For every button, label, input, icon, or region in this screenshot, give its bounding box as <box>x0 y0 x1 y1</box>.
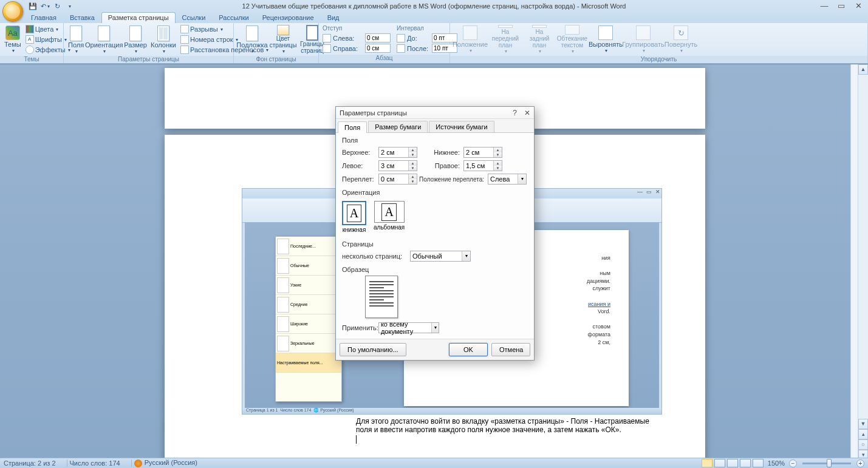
tab-insert[interactable]: Вставка <box>63 12 101 23</box>
status-language[interactable]: Русский (Россия) <box>134 459 197 467</box>
qat-undo-icon[interactable]: ↶▾ <box>39 1 50 12</box>
qat-save-icon[interactable]: 💾 <box>27 1 38 12</box>
orientation-icon <box>98 25 110 41</box>
wrap-icon <box>565 25 579 35</box>
effects-icon <box>26 46 34 54</box>
tab-home[interactable]: Главная <box>24 12 63 23</box>
preview-thumbnail <box>365 276 398 318</box>
multiple-pages-combo[interactable]: Обычный▾ <box>410 251 471 262</box>
maximize-button[interactable]: ▭ <box>833 0 850 11</box>
office-button[interactable] <box>2 1 23 22</box>
colors-icon <box>26 25 34 33</box>
apply-to-combo[interactable]: ко всему документу▾ <box>378 322 439 333</box>
view-draft[interactable] <box>753 459 764 467</box>
columns-button[interactable]: Колонки▾ <box>150 24 177 55</box>
vertical-ruler[interactable] <box>850 64 858 460</box>
gutter-input[interactable]: ▲▼ <box>378 174 417 185</box>
paragraph-group-title: Абзац <box>319 55 449 63</box>
spacing-header: Интервал <box>397 25 457 33</box>
align-button[interactable]: Выровнять▾ <box>590 24 621 55</box>
status-page[interactable]: Страница: 2 из 2 <box>4 460 56 467</box>
themes-button[interactable]: Aa Темы▾ <box>4 24 22 55</box>
wrap-text-button[interactable]: Обтекание текстом▾ <box>557 24 587 55</box>
linenum-icon <box>180 35 189 44</box>
gutter-position-combo[interactable]: Слева▾ <box>488 174 527 185</box>
margins-button[interactable]: Поля▾ <box>67 24 84 55</box>
ok-button[interactable]: OK <box>449 343 488 356</box>
tab-review[interactable]: Рецензирование <box>256 12 321 23</box>
status-words[interactable]: Число слов: 174 <box>70 460 120 467</box>
pagebg-group-title: Фон страницы <box>234 56 318 63</box>
dialog-help-button[interactable]: ? <box>513 109 517 117</box>
align-icon <box>598 25 613 40</box>
browse-object-button[interactable]: ○ <box>858 439 868 450</box>
dialog-tabs: Поля Размер бумаги Источник бумаги <box>336 119 534 132</box>
indent-right-input[interactable] <box>365 44 391 53</box>
space-before-icon <box>397 34 405 42</box>
tab-mailings[interactable]: Рассылки <box>212 12 255 23</box>
rotate-icon: ↻ <box>674 25 688 40</box>
orientation-portrait[interactable]: A книжная <box>342 201 366 233</box>
scroll-down-button[interactable]: ▼ <box>858 419 868 429</box>
tab-page-layout[interactable]: Разметка страницы <box>101 12 176 23</box>
fonts-icon: A <box>26 35 34 44</box>
zoom-slider-thumb[interactable] <box>827 459 832 467</box>
qat-redo-icon[interactable]: ↻ <box>52 1 63 12</box>
indent-left-input[interactable] <box>365 33 391 42</box>
dialog-close-button[interactable]: ✕ <box>524 109 530 117</box>
scroll-up-button[interactable]: ▲ <box>858 64 868 75</box>
margin-left-input[interactable]: ▲▼ <box>378 160 417 171</box>
orientation-section-header: Ориентация <box>342 189 528 196</box>
dialog-tab-margins[interactable]: Поля <box>338 121 367 133</box>
watermark-icon <box>246 25 258 41</box>
zoom-in-button[interactable]: + <box>856 460 864 467</box>
embedded-margins-menu: Последние... Обычные Узкие Средние Широк… <box>275 236 342 402</box>
pages-section-header: Страницы <box>342 240 528 248</box>
hyphen-icon <box>180 46 189 54</box>
zoom-out-button[interactable]: − <box>789 460 797 467</box>
close-button[interactable]: ✕ <box>850 0 867 11</box>
margins-section-header: Поля <box>342 137 528 144</box>
view-print-layout[interactable] <box>702 459 713 467</box>
dialog-title: Параметры страницы <box>340 109 407 117</box>
indent-right-icon <box>323 44 331 53</box>
margin-bottom-input[interactable]: ▲▼ <box>463 147 502 158</box>
dialog-tab-source[interactable]: Источник бумаги <box>429 121 494 132</box>
margins-icon <box>70 25 82 41</box>
position-button[interactable]: Положение▾ <box>454 24 487 55</box>
tab-view[interactable]: Вид <box>321 12 346 23</box>
indent-left-icon <box>323 34 331 42</box>
rotate-button[interactable]: ↻Повернуть▾ <box>665 24 697 55</box>
orientation-button[interactable]: Ориентация▾ <box>87 24 121 55</box>
dialog-title-bar[interactable]: Параметры страницы ? ✕ <box>336 107 534 119</box>
orientation-landscape[interactable]: A альбомная <box>374 201 405 233</box>
document-text[interactable]: Для этого достаточно войти во вкладку «р… <box>356 417 663 444</box>
bring-front-button[interactable]: На передний план▾ <box>489 24 522 55</box>
group-button[interactable]: Группировать▾ <box>624 24 663 55</box>
margin-right-input[interactable]: ▲▼ <box>463 160 502 171</box>
themes-label: Темы <box>4 41 21 48</box>
margin-top-input[interactable]: ▲▼ <box>378 147 417 158</box>
group-icon <box>636 25 651 40</box>
watermark-button[interactable]: Подложка▾ <box>238 24 267 55</box>
status-bar: Страница: 2 из 2 Число слов: 174 Русский… <box>0 458 868 468</box>
send-back-button[interactable]: На задний план▾ <box>524 24 555 55</box>
qat-customize-icon[interactable]: ▾ <box>64 1 75 12</box>
tab-references[interactable]: Ссылки <box>176 12 213 23</box>
view-full-screen[interactable] <box>714 459 725 467</box>
dialog-tab-paper[interactable]: Размер бумаги <box>368 121 428 132</box>
themes-icon: Aa <box>5 25 20 40</box>
minimize-button[interactable]: — <box>816 0 833 11</box>
title-bar: 💾 ↶▾ ↻ ▾ 12 Учитываем общие требования к… <box>0 0 868 12</box>
view-outline[interactable] <box>740 459 751 467</box>
page-color-button[interactable]: Цвет страницы▾ <box>269 24 297 55</box>
vertical-scrollbar[interactable]: ▲ ▼ ▴ ○ ▾ <box>858 64 868 460</box>
zoom-slider[interactable] <box>802 463 851 464</box>
cancel-button[interactable]: Отмена <box>491 343 530 356</box>
view-web-layout[interactable] <box>727 459 738 467</box>
size-button[interactable]: Размер▾ <box>123 24 148 55</box>
zoom-level[interactable]: 150% <box>768 460 785 467</box>
prev-page-button[interactable]: ▴ <box>858 429 868 439</box>
space-after-icon <box>397 44 405 53</box>
default-button[interactable]: По умолчанию... <box>340 343 406 356</box>
